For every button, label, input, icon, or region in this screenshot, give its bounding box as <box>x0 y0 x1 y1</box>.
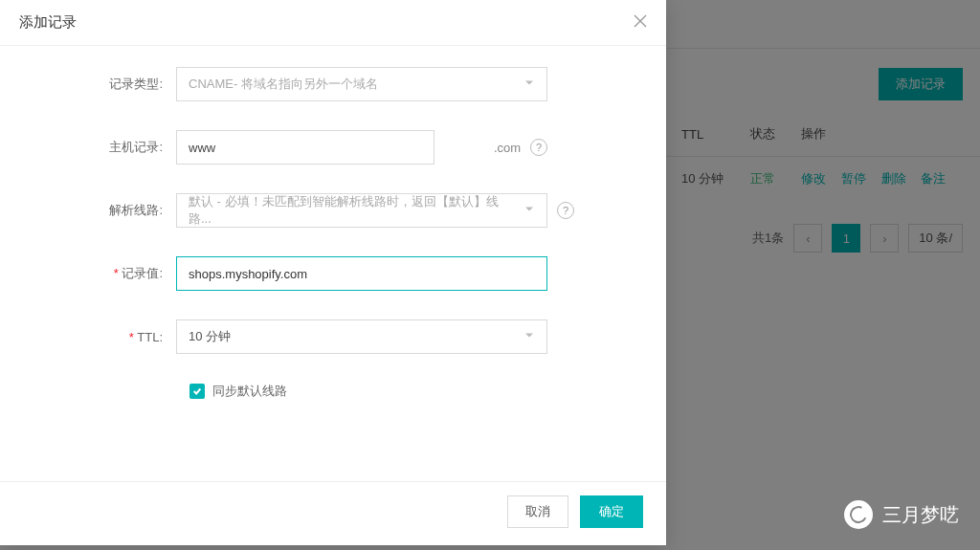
modal-footer: 取消 确定 <box>0 482 666 545</box>
watermark-text: 三月梦呓 <box>882 502 959 528</box>
host-suffix: .com <box>494 141 521 155</box>
label-line: 解析线路: <box>23 202 176 219</box>
line-value: 默认 - 必填！未匹配到智能解析线路时，返回【默认】线路... <box>189 193 514 228</box>
row-line: 解析线路: 默认 - 必填！未匹配到智能解析线路时，返回【默认】线路... ? <box>23 193 643 228</box>
row-record-type: 记录类型: CNAME- 将域名指向另外一个域名 <box>23 67 643 101</box>
watermark-logo-icon <box>844 500 873 529</box>
host-input[interactable] <box>176 130 434 165</box>
help-icon[interactable]: ? <box>557 202 574 219</box>
row-ttl: TTL: 10 分钟 <box>23 319 643 354</box>
label-record-value: 记录值: <box>23 265 176 282</box>
ttl-value: 10 分钟 <box>189 328 231 345</box>
row-host: 主机记录: .com ? <box>23 130 643 165</box>
sync-default-checkbox[interactable] <box>189 384 205 399</box>
watermark: 三月梦呓 <box>844 500 959 529</box>
modal-body: 记录类型: CNAME- 将域名指向另外一个域名 主机记录: .com ? 解析 <box>0 46 666 481</box>
label-record-type: 记录类型: <box>23 76 176 93</box>
chevron-down-icon <box>523 330 535 344</box>
help-icon[interactable]: ? <box>530 139 547 156</box>
row-sync-default: 同步默认线路 <box>189 383 643 400</box>
modal-header: 添加记录 <box>0 0 666 45</box>
line-select[interactable]: 默认 - 必填！未匹配到智能解析线路时，返回【默认】线路... <box>176 193 547 228</box>
sync-default-label: 同步默认线路 <box>212 383 287 400</box>
record-type-select[interactable]: CNAME- 将域名指向另外一个域名 <box>176 67 547 101</box>
confirm-button[interactable]: 确定 <box>580 495 643 528</box>
chevron-down-icon <box>523 204 535 218</box>
chevron-down-icon <box>523 77 535 92</box>
record-value-input[interactable] <box>176 256 547 291</box>
cancel-button[interactable]: 取消 <box>507 495 568 528</box>
label-host: 主机记录: <box>23 139 176 156</box>
close-icon[interactable] <box>634 14 647 31</box>
record-type-value: CNAME- 将域名指向另外一个域名 <box>189 76 378 93</box>
add-record-modal: 添加记录 记录类型: CNAME- 将域名指向另外一个域名 主机记录: <box>0 0 666 545</box>
row-record-value: 记录值: <box>23 256 643 291</box>
modal-title: 添加记录 <box>19 13 77 32</box>
ttl-select[interactable]: 10 分钟 <box>176 319 547 354</box>
label-ttl: TTL: <box>23 330 176 344</box>
